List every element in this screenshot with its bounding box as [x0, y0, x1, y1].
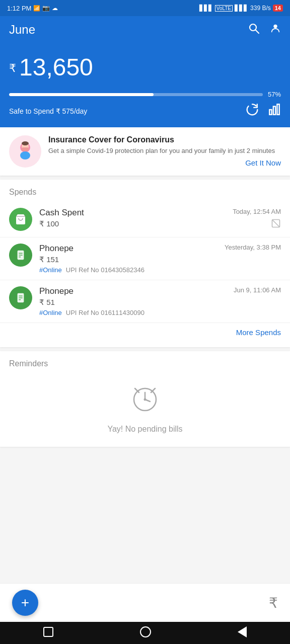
- phonepe-1-meta: Yesterday, 3:38 PM: [225, 244, 281, 251]
- refresh-icon[interactable]: [246, 103, 259, 119]
- balance-row: ₹ 13,650: [9, 55, 281, 79]
- nav-circle-button[interactable]: [140, 626, 151, 639]
- nav-triangle-button[interactable]: [238, 626, 247, 639]
- phonepe-1-details: Phonepe ₹ 151 #Online UPI Ref No 0164305…: [39, 244, 218, 274]
- svg-rect-4: [273, 107, 275, 115]
- more-spends-button[interactable]: More Spends: [236, 328, 281, 337]
- phonepe-2-meta: Jun 9, 11:06 AM: [234, 286, 281, 294]
- header-top: June: [9, 22, 281, 37]
- reminders-section: Reminders Yay! No pending bills: [0, 351, 290, 447]
- phonepe-1-name: Phonepe: [39, 244, 218, 254]
- safe-spend-row: Safe to Spend ₹ 575/day: [9, 103, 281, 119]
- cash-details: Cash Spent ₹ 100: [39, 208, 226, 228]
- spends-section: Spends Cash Spent ₹ 100 Today, 12:54 AM: [0, 180, 290, 347]
- tag-online-1: #Online: [39, 266, 62, 274]
- camera-icon: 📷: [42, 5, 50, 12]
- header-action-icons: [246, 103, 281, 119]
- more-spends: More Spends: [0, 323, 290, 339]
- phonepe-2-time: Jun 9, 11:06 AM: [234, 286, 281, 294]
- profile-icon[interactable]: [270, 23, 281, 37]
- safe-spend-text: Safe to Spend ₹ 575/day: [9, 107, 87, 115]
- month-label: June: [9, 23, 35, 37]
- alarm-icon: [130, 383, 160, 420]
- phonepe-1-tags: #Online UPI Ref No 016430582346: [39, 266, 218, 274]
- system-nav-bar: [0, 622, 290, 644]
- tag-ref-1: UPI Ref No 016430582346: [66, 266, 144, 274]
- svg-rect-5: [277, 104, 279, 115]
- tag-online-2: #Online: [39, 309, 62, 316]
- cash-amount: ₹ 100: [39, 219, 226, 228]
- cash-icon: [9, 208, 32, 231]
- nav-square-button[interactable]: [43, 627, 53, 639]
- insurance-content: Insurance Cover for Coronavirus Get a si…: [48, 135, 281, 168]
- insurance-image: [9, 135, 41, 168]
- insurance-description: Get a simple Covid-19 protection plan fo…: [48, 146, 281, 155]
- svg-rect-9: [22, 147, 29, 151]
- spend-item-phonepe-2[interactable]: Phonepe ₹ 51 #Online UPI Ref No 01611143…: [0, 280, 290, 323]
- phonepe-icon-1: [9, 244, 32, 267]
- reminder-content: Yay! No pending bills: [9, 378, 281, 439]
- tag-ref-2: UPI Ref No 016111430090: [66, 309, 144, 316]
- sim-icon: 📶: [33, 5, 40, 12]
- data-speed: 339 B/s: [250, 5, 271, 12]
- progress-fill: [9, 93, 154, 96]
- cash-time: Today, 12:54 AM: [233, 208, 281, 215]
- insurance-action: Get It Now: [48, 158, 281, 168]
- balance-currency: ₹: [9, 62, 16, 75]
- phonepe-2-name: Phonepe: [39, 286, 227, 296]
- signal-bars-2: ▋▋▋: [235, 5, 248, 12]
- battery-indicator: 14: [273, 5, 283, 12]
- balance-section: ₹ 13,650: [0, 55, 290, 91]
- insurance-title: Insurance Cover for Coronavirus: [48, 135, 281, 144]
- get-it-now-button[interactable]: Get It Now: [245, 158, 281, 167]
- phonepe-icon-2: [9, 286, 32, 309]
- spend-item-phonepe-1[interactable]: Phonepe ₹ 151 #Online UPI Ref No 0164305…: [0, 237, 290, 280]
- header-icons: [248, 22, 281, 37]
- volte-icon: VoLTE: [215, 5, 233, 12]
- phonepe-2-amount: ₹ 51: [39, 298, 227, 307]
- reminders-title: Reminders: [9, 359, 281, 368]
- status-left: 1:12 PM 📶 📷 ☁: [7, 5, 58, 12]
- status-bar: 1:12 PM 📶 📷 ☁ ▋▋▋ VoLTE ▋▋▋ 339 B/s 14: [0, 0, 290, 16]
- svg-point-11: [20, 151, 30, 159]
- svg-rect-3: [269, 110, 271, 115]
- svg-point-2: [273, 25, 277, 28]
- cloud-icon: ☁: [52, 5, 58, 12]
- spends-title: Spends: [0, 188, 290, 202]
- phonepe-1-amount: ₹ 151: [39, 255, 218, 264]
- chart-icon[interactable]: [268, 103, 281, 119]
- progress-percent: 57%: [268, 91, 281, 98]
- time-display: 1:12 PM: [7, 5, 31, 12]
- phonepe-2-details: Phonepe ₹ 51 #Online UPI Ref No 01611143…: [39, 286, 227, 316]
- signal-bars: ▋▋▋: [199, 5, 213, 12]
- progress-section: 57% Safe to Spend ₹ 575/day: [0, 91, 290, 127]
- svg-point-26: [144, 398, 147, 401]
- insurance-banner: Insurance Cover for Coronavirus Get a si…: [0, 127, 290, 176]
- rupee-nav-icon[interactable]: ₹: [269, 595, 278, 611]
- status-right: ▋▋▋ VoLTE ▋▋▋ 339 B/s 14: [199, 5, 283, 12]
- phonepe-2-tags: #Online UPI Ref No 016111430090: [39, 309, 227, 316]
- spend-item-cash[interactable]: Cash Spent ₹ 100 Today, 12:54 AM: [0, 202, 290, 237]
- svg-line-14: [272, 220, 280, 227]
- no-receipt-icon: [233, 218, 281, 231]
- cash-name: Cash Spent: [39, 208, 226, 218]
- progress-track: [9, 93, 263, 96]
- cash-meta: Today, 12:54 AM: [233, 208, 281, 231]
- phonepe-1-time: Yesterday, 3:38 PM: [225, 244, 281, 251]
- fab-button[interactable]: +: [12, 590, 38, 616]
- header: June: [0, 16, 290, 55]
- svg-line-1: [256, 30, 259, 34]
- bottom-bar: + ₹: [0, 583, 290, 622]
- no-bills-text: Yay! No pending bills: [107, 425, 182, 434]
- balance-amount: 13,650: [19, 55, 93, 79]
- progress-bar-container: 57%: [9, 91, 281, 98]
- search-icon[interactable]: [248, 22, 260, 37]
- svg-point-10: [22, 141, 29, 145]
